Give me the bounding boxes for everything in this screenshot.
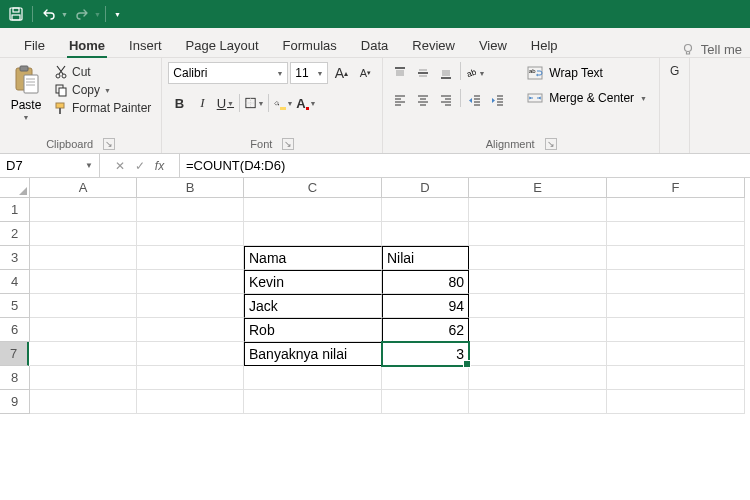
insert-function-icon[interactable]: fx <box>155 159 164 173</box>
cell-D6[interactable]: 62 <box>382 318 469 342</box>
cell-C8[interactable] <box>244 366 382 390</box>
font-dialog-launcher-icon[interactable]: ↘ <box>282 138 294 150</box>
cell-C2[interactable] <box>244 222 382 246</box>
cell-A1[interactable] <box>30 198 137 222</box>
cell-E6[interactable] <box>469 318 607 342</box>
cell-D9[interactable] <box>382 390 469 414</box>
orientation-icon[interactable]: ab▼ <box>464 62 486 84</box>
cell-C1[interactable] <box>244 198 382 222</box>
cell-B9[interactable] <box>137 390 244 414</box>
tab-data[interactable]: Data <box>349 32 400 57</box>
name-box[interactable]: D7▼ <box>0 154 100 177</box>
cell-E5[interactable] <box>469 294 607 318</box>
decrease-font-icon[interactable]: A▾ <box>354 62 376 84</box>
cell-A5[interactable] <box>30 294 137 318</box>
cell-E3[interactable] <box>469 246 607 270</box>
tab-view[interactable]: View <box>467 32 519 57</box>
cell-E4[interactable] <box>469 270 607 294</box>
cell-E7[interactable] <box>469 342 607 366</box>
cell-D2[interactable] <box>382 222 469 246</box>
font-size-select[interactable]: 11▼ <box>290 62 328 84</box>
cell-B7[interactable] <box>137 342 244 366</box>
redo-dropdown-icon[interactable]: ▼ <box>94 11 101 18</box>
border-button[interactable]: ▼ <box>243 92 265 114</box>
cell-B4[interactable] <box>137 270 244 294</box>
align-top-icon[interactable] <box>389 62 411 84</box>
tab-review[interactable]: Review <box>400 32 467 57</box>
cell-A2[interactable] <box>30 222 137 246</box>
cell-F2[interactable] <box>607 222 745 246</box>
cell-C3[interactable]: Nama <box>244 246 382 270</box>
cell-B5[interactable] <box>137 294 244 318</box>
col-header-C[interactable]: C <box>244 178 382 198</box>
bold-button[interactable]: B <box>168 92 190 114</box>
cell-F6[interactable] <box>607 318 745 342</box>
align-center-icon[interactable] <box>412 89 434 111</box>
col-header-D[interactable]: D <box>382 178 469 198</box>
undo-dropdown-icon[interactable]: ▼ <box>61 11 68 18</box>
cell-E8[interactable] <box>469 366 607 390</box>
copy-button[interactable]: Copy ▼ <box>50 82 155 98</box>
cell-D3[interactable]: Nilai <box>382 246 469 270</box>
row-header-5[interactable]: 5 <box>0 294 30 318</box>
cell-B1[interactable] <box>137 198 244 222</box>
merge-center-button[interactable]: Merge & Center ▼ <box>521 87 653 109</box>
save-icon[interactable] <box>4 2 28 26</box>
col-header-A[interactable]: A <box>30 178 137 198</box>
row-header-2[interactable]: 2 <box>0 222 30 246</box>
row-header-9[interactable]: 9 <box>0 390 30 414</box>
formula-input[interactable]: =COUNT(D4:D6) <box>180 154 750 177</box>
tab-help[interactable]: Help <box>519 32 570 57</box>
font-color-button[interactable]: A▼ <box>295 92 317 114</box>
row-header-8[interactable]: 8 <box>0 366 30 390</box>
decrease-indent-icon[interactable] <box>464 89 486 111</box>
align-left-icon[interactable] <box>389 89 411 111</box>
cell-F5[interactable] <box>607 294 745 318</box>
align-right-icon[interactable] <box>435 89 457 111</box>
cell-D4[interactable]: 80 <box>382 270 469 294</box>
cell-B8[interactable] <box>137 366 244 390</box>
paste-button[interactable]: Paste ▼ <box>6 62 46 123</box>
cell-F7[interactable] <box>607 342 745 366</box>
select-all-button[interactable] <box>0 178 30 198</box>
cell-F3[interactable] <box>607 246 745 270</box>
col-header-F[interactable]: F <box>607 178 745 198</box>
enter-formula-icon[interactable]: ✓ <box>135 159 145 173</box>
cell-A6[interactable] <box>30 318 137 342</box>
clipboard-dialog-launcher-icon[interactable]: ↘ <box>103 138 115 150</box>
number-format-select[interactable]: G <box>666 62 683 136</box>
cell-B6[interactable] <box>137 318 244 342</box>
underline-button[interactable]: U▼ <box>214 92 236 114</box>
cell-B3[interactable] <box>137 246 244 270</box>
tell-me[interactable]: Tell me <box>681 42 750 57</box>
cell-F1[interactable] <box>607 198 745 222</box>
cell-B2[interactable] <box>137 222 244 246</box>
row-header-3[interactable]: 3 <box>0 246 30 270</box>
align-middle-icon[interactable] <box>412 62 434 84</box>
row-header-4[interactable]: 4 <box>0 270 30 294</box>
redo-icon[interactable] <box>70 2 94 26</box>
align-bottom-icon[interactable] <box>435 62 457 84</box>
cell-E2[interactable] <box>469 222 607 246</box>
wrap-text-button[interactable]: ab Wrap Text <box>521 62 653 84</box>
cell-C7[interactable]: Banyaknya nilai <box>244 342 382 366</box>
cell-A4[interactable] <box>30 270 137 294</box>
format-painter-button[interactable]: Format Painter <box>50 100 155 116</box>
cell-F9[interactable] <box>607 390 745 414</box>
cell-D7[interactable]: 3 <box>382 342 469 366</box>
cell-A9[interactable] <box>30 390 137 414</box>
tab-page-layout[interactable]: Page Layout <box>174 32 271 57</box>
cell-F4[interactable] <box>607 270 745 294</box>
tab-file[interactable]: File <box>12 32 57 57</box>
row-header-7[interactable]: 7 <box>0 342 29 366</box>
cell-C4[interactable]: Kevin <box>244 270 382 294</box>
cell-A3[interactable] <box>30 246 137 270</box>
cell-A8[interactable] <box>30 366 137 390</box>
fill-color-button[interactable]: ▼ <box>272 92 294 114</box>
cell-F8[interactable] <box>607 366 745 390</box>
increase-font-icon[interactable]: A▴ <box>330 62 352 84</box>
cell-D5[interactable]: 94 <box>382 294 469 318</box>
paste-dropdown-icon[interactable]: ▼ <box>23 114 30 121</box>
cell-D8[interactable] <box>382 366 469 390</box>
qat-customize-icon[interactable]: ▼ <box>114 11 121 18</box>
